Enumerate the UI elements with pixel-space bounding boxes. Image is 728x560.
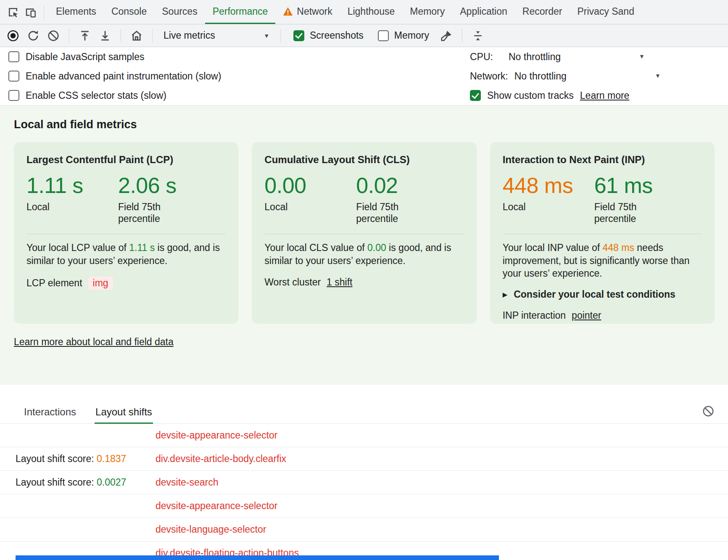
tab-label: Sources xyxy=(162,6,197,17)
lcp-local-label: Local xyxy=(26,201,90,213)
triangle-right-icon: ▶ xyxy=(503,291,508,298)
divider xyxy=(121,29,121,42)
tab-layout-shifts[interactable]: Layout shifts xyxy=(95,402,153,424)
tab-label: Console xyxy=(111,6,147,17)
divider xyxy=(264,234,464,234)
home-icon[interactable] xyxy=(128,27,145,45)
divider xyxy=(152,29,153,42)
divider xyxy=(44,5,44,19)
record-button[interactable] xyxy=(4,27,22,45)
layout-shift-row[interactable]: devsite-language-selector xyxy=(0,518,728,542)
reload-record-button[interactable] xyxy=(24,27,42,45)
lcp-element-chip[interactable]: img xyxy=(88,277,113,290)
tab-recorder[interactable]: Recorder xyxy=(515,0,570,24)
node-link[interactable]: devsite-search xyxy=(156,477,219,488)
cls-footer: Worst cluster 1 shift xyxy=(264,277,464,288)
save-profile-icon[interactable] xyxy=(96,27,114,45)
show-custom-tracks-label: Show custom tracks xyxy=(487,90,574,101)
tab-label: Performance xyxy=(213,6,268,17)
inp-values: 448 ms Local 61 ms Field 75th percentile xyxy=(503,174,702,225)
tab-application[interactable]: Application xyxy=(452,0,515,24)
learn-more-link[interactable]: Learn more xyxy=(580,90,630,101)
shift-score: Layout shift score: 0.1837 xyxy=(16,453,156,465)
inp-description: Your local INP value of 448 ms needs imp… xyxy=(503,241,702,280)
tab-privacy-sand[interactable]: Privacy Sand xyxy=(570,0,642,24)
selection-indicator xyxy=(16,555,499,560)
inp-interaction-link[interactable]: pointer xyxy=(572,310,601,321)
show-custom-tracks-checkbox[interactable] xyxy=(470,90,481,101)
inp-card-title: Interaction to Next Paint (INP) xyxy=(503,154,702,166)
node-link[interactable]: devsite-appearance-selector xyxy=(156,500,277,512)
tab-performance[interactable]: Performance xyxy=(205,0,276,24)
cls-values: 0.00 Local 0.02 Field 75th percentile xyxy=(264,174,464,225)
lcp-card: Largest Contentful Paint (LCP) 1.11 s Lo… xyxy=(14,142,238,324)
css-selector-stats-checkbox[interactable]: Enable CSS selector stats (slow) xyxy=(8,86,470,105)
worst-cluster-link[interactable]: 1 shift xyxy=(327,277,352,288)
tab-interactions[interactable]: Interactions xyxy=(23,402,77,424)
cls-local-label: Local xyxy=(264,201,327,213)
lcp-description: Your local LCP value of 1.11 s is good, … xyxy=(26,241,226,267)
tab-lighthouse[interactable]: Lighthouse xyxy=(340,0,403,24)
load-profile-icon[interactable] xyxy=(76,27,94,45)
clear-recording-button[interactable] xyxy=(45,27,62,45)
tab-label: Network xyxy=(297,6,332,17)
clear-log-icon[interactable] xyxy=(699,402,717,420)
cpu-throttling-select[interactable]: CPU: No throttling ▼ xyxy=(470,47,728,66)
network-throttling-select[interactable]: Network: No throttling ▼ xyxy=(470,66,728,86)
layout-shift-row[interactable]: devsite-appearance-selector xyxy=(0,494,728,518)
local-test-conditions-label: Consider your local test conditions xyxy=(514,289,675,300)
cls-field-value: 0.02 xyxy=(356,174,419,197)
worst-cluster-label: Worst cluster xyxy=(264,277,321,288)
layout-shift-row[interactable]: Layout shift score: 0.1837div.devsite-ar… xyxy=(0,447,728,471)
disable-js-samples-checkbox[interactable]: Disable JavaScript samples xyxy=(8,47,470,66)
css-selector-stats-label: Enable CSS selector stats (slow) xyxy=(26,90,166,101)
inp-local-label: Local xyxy=(503,201,566,213)
tab-elements[interactable]: Elements xyxy=(48,0,104,24)
warning-icon xyxy=(283,7,293,16)
cls-card-title: Cumulative Layout Shift (CLS) xyxy=(264,154,464,166)
checkbox-unchecked-icon xyxy=(378,30,389,41)
capture-settings-left: Disable JavaScript samples Enable advanc… xyxy=(0,47,470,105)
tab-sources[interactable]: Sources xyxy=(154,0,205,24)
device-toolbar-icon[interactable] xyxy=(22,3,40,21)
lcp-element-label: LCP element xyxy=(26,277,82,289)
node-link[interactable]: devsite-language-selector xyxy=(156,524,266,535)
inp-field-value: 61 ms xyxy=(594,174,657,197)
layout-shift-list: devsite-appearance-selectorLayout shift … xyxy=(0,424,728,560)
lcp-field-label: Field 75th percentile xyxy=(118,201,181,225)
node-link[interactable]: devsite-appearance-selector xyxy=(156,430,277,441)
broom-icon[interactable] xyxy=(438,27,455,45)
divider xyxy=(280,29,281,42)
inspect-icon[interactable] xyxy=(4,3,22,21)
tab-console[interactable]: Console xyxy=(104,0,154,24)
advanced-paint-checkbox[interactable]: Enable advanced paint instrumentation (s… xyxy=(8,66,470,86)
tab-network[interactable]: Network xyxy=(275,0,340,24)
devtools-tabbar: ElementsConsoleSourcesPerformanceNetwork… xyxy=(0,0,728,24)
cls-local-value: 0.00 xyxy=(264,174,356,197)
cls-description: Your local CLS value of 0.00 is good, an… xyxy=(264,241,464,267)
learn-more-field-data-link[interactable]: Learn more about local and field data xyxy=(14,336,174,348)
layout-shift-row[interactable]: Layout shift score: 0.0027devsite-search xyxy=(0,471,728,494)
shift-score-value: 0.1837 xyxy=(97,453,126,464)
layout-shift-row[interactable]: devsite-appearance-selector xyxy=(0,424,728,447)
memory-checkbox[interactable]: Memory xyxy=(378,30,429,41)
local-test-conditions-disclosure[interactable]: ▶ Consider your local test conditions xyxy=(503,289,702,300)
disable-js-samples-label: Disable JavaScript samples xyxy=(26,51,145,63)
lcp-inline-value: 1.11 s xyxy=(129,242,155,253)
collapse-icon[interactable] xyxy=(469,27,487,45)
lcp-values: 1.11 s Local 2.06 s Field 75th percentil… xyxy=(26,174,226,225)
chevron-down-icon: ▼ xyxy=(655,73,661,79)
live-metrics-log: Interactions Layout shifts devsite-appea… xyxy=(0,402,728,560)
performance-toolbar: Live metrics ▼ Screenshots Memory xyxy=(0,24,728,47)
node-link[interactable]: div.devsite-article-body.clearfix xyxy=(156,453,286,465)
screenshots-checkbox[interactable]: Screenshots xyxy=(293,30,364,41)
inp-interaction-label: INP interaction xyxy=(503,310,566,321)
capture-settings-right: CPU: No throttling ▼ Network: No throttl… xyxy=(470,47,728,105)
history-dropdown[interactable]: Live metrics ▼ xyxy=(159,27,274,44)
checkbox-unchecked-icon xyxy=(8,90,19,101)
lcp-field-value: 2.06 s xyxy=(118,174,181,197)
tab-label: Privacy Sand xyxy=(577,6,634,17)
tab-label: Recorder xyxy=(522,6,562,17)
tab-memory[interactable]: Memory xyxy=(402,0,452,24)
cls-inline-value: 0.00 xyxy=(367,242,386,253)
